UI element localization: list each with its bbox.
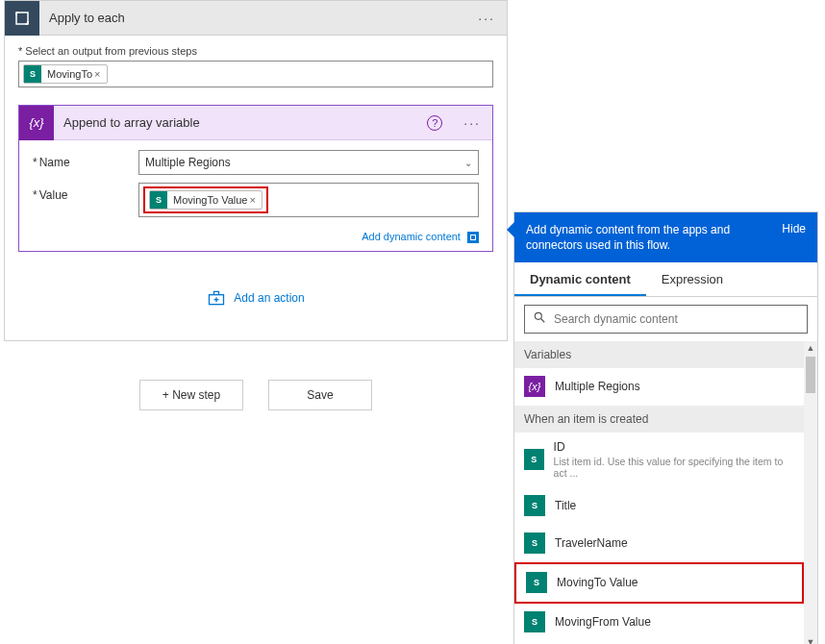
apply-more-icon[interactable]: ··· xyxy=(466,11,507,26)
loop-icon xyxy=(5,1,39,36)
sharepoint-icon: S xyxy=(526,572,547,593)
dynamic-banner: Add dynamic content from the apps and co… xyxy=(514,212,817,262)
append-to-array-card: {x} Append to array variable ? ··· *Name… xyxy=(18,105,493,252)
svg-rect-0 xyxy=(16,12,28,24)
add-dynamic-content-link[interactable]: Add dynamic content xyxy=(362,231,461,242)
variable-icon: {x} xyxy=(524,376,545,397)
name-label: *Name xyxy=(33,150,138,169)
dc-item-sub: List item id. Use this value for specify… xyxy=(554,456,794,479)
dc-item-travelername[interactable]: S TravelerName xyxy=(514,525,804,562)
token-movingto[interactable]: S MovingTo × xyxy=(23,64,108,84)
value-input[interactable]: S MovingTo Value × xyxy=(138,183,479,217)
search-wrap xyxy=(514,297,817,341)
sharepoint-icon: S xyxy=(524,495,545,516)
prev-steps-label: * Select an output from previous steps xyxy=(18,45,493,57)
sharepoint-icon: S xyxy=(524,449,544,470)
name-value: Multiple Regions xyxy=(145,156,231,169)
footer-buttons: + New step Save xyxy=(4,380,508,410)
dynamic-content-panel: Add dynamic content from the apps and co… xyxy=(513,211,818,644)
add-action-label: Add an action xyxy=(234,291,304,305)
dc-item-movingfrom-value[interactable]: S MovingFrom Value xyxy=(514,604,804,641)
save-button[interactable]: Save xyxy=(268,380,372,410)
plus-icon xyxy=(207,288,226,308)
apply-to-each-header: Apply to each ··· xyxy=(5,1,507,36)
append-title: Append to array variable xyxy=(54,115,427,130)
search-icon xyxy=(533,310,546,328)
scroll-thumb[interactable] xyxy=(806,357,815,393)
append-header: {x} Append to array variable ? ··· xyxy=(19,106,492,140)
dc-item-multiple-regions[interactable]: {x} Multiple Regions xyxy=(514,368,804,406)
highlight-box: S MovingTo Value xyxy=(514,562,804,604)
apply-body: * Select an output from previous steps S… xyxy=(5,36,507,340)
dynamic-content-toggle-icon[interactable] xyxy=(467,232,479,243)
dc-item-movingto-value[interactable]: S MovingTo Value xyxy=(516,564,802,602)
token-remove-icon[interactable]: × xyxy=(247,194,261,206)
search-input[interactable] xyxy=(554,312,799,326)
dc-item-label: ID xyxy=(554,440,794,454)
dc-item-label: MovingFrom Value xyxy=(555,615,651,629)
token-movingto-value[interactable]: S MovingTo Value × xyxy=(149,190,262,210)
search-box[interactable] xyxy=(524,305,808,334)
add-dynamic-row: Add dynamic content xyxy=(19,229,492,251)
svg-point-4 xyxy=(535,313,541,320)
append-more-icon[interactable]: ··· xyxy=(452,115,492,131)
new-step-button[interactable]: + New step xyxy=(139,380,243,410)
dynamic-banner-text: Add dynamic content from the apps and co… xyxy=(526,222,772,253)
help-icon[interactable]: ? xyxy=(427,115,442,131)
token-label: MovingTo xyxy=(47,68,92,80)
prev-steps-input[interactable]: S MovingTo × xyxy=(18,61,493,87)
apply-to-each-title: Apply to each xyxy=(39,11,466,25)
dc-item-title[interactable]: S Title xyxy=(514,487,804,525)
dc-item-label: Title xyxy=(555,499,576,512)
name-dropdown[interactable]: Multiple Regions ⌄ xyxy=(138,150,479,175)
scrollbar[interactable]: ▲ ▼ xyxy=(804,341,817,644)
svg-line-5 xyxy=(541,319,545,323)
section-variables: Variables xyxy=(514,341,804,368)
variable-icon: {x} xyxy=(19,106,54,140)
add-action-button[interactable]: Add an action xyxy=(207,288,304,308)
tab-dynamic-content[interactable]: Dynamic content xyxy=(514,262,646,296)
callout-arrow-icon xyxy=(507,222,514,237)
sharepoint-icon: S xyxy=(524,611,545,632)
apply-to-each-card: Apply to each ··· * Select an output fro… xyxy=(4,0,508,341)
sharepoint-icon: S xyxy=(524,533,545,554)
chevron-down-icon: ⌄ xyxy=(464,158,472,168)
dc-item-label: MovingTo Value xyxy=(557,576,638,589)
section-when-item-created: When an item is created xyxy=(514,406,804,433)
add-action-row: Add an action xyxy=(18,252,493,325)
append-body: *Name Multiple Regions ⌄ *Value xyxy=(19,140,492,229)
sharepoint-icon: S xyxy=(24,65,41,83)
scroll-down-icon[interactable]: ▼ xyxy=(804,635,817,644)
scroll-up-icon[interactable]: ▲ xyxy=(804,341,817,355)
sharepoint-icon: S xyxy=(150,191,167,209)
dc-item-label: Multiple Regions xyxy=(555,380,640,393)
tab-expression[interactable]: Expression xyxy=(646,262,738,296)
dynamic-tabs: Dynamic content Expression xyxy=(514,262,817,297)
dc-item-id[interactable]: S ID List item id. Use this value for sp… xyxy=(514,433,804,487)
dynamic-list: ▲ ▼ Variables {x} Multiple Regions When … xyxy=(514,341,817,644)
value-label: *Value xyxy=(33,183,138,202)
token-label: MovingTo Value xyxy=(173,194,247,206)
token-remove-icon[interactable]: × xyxy=(92,68,106,80)
hide-link[interactable]: Hide xyxy=(782,222,806,253)
dc-item-label: TravelerName xyxy=(555,536,628,550)
highlight-box: S MovingTo Value × xyxy=(143,186,268,213)
